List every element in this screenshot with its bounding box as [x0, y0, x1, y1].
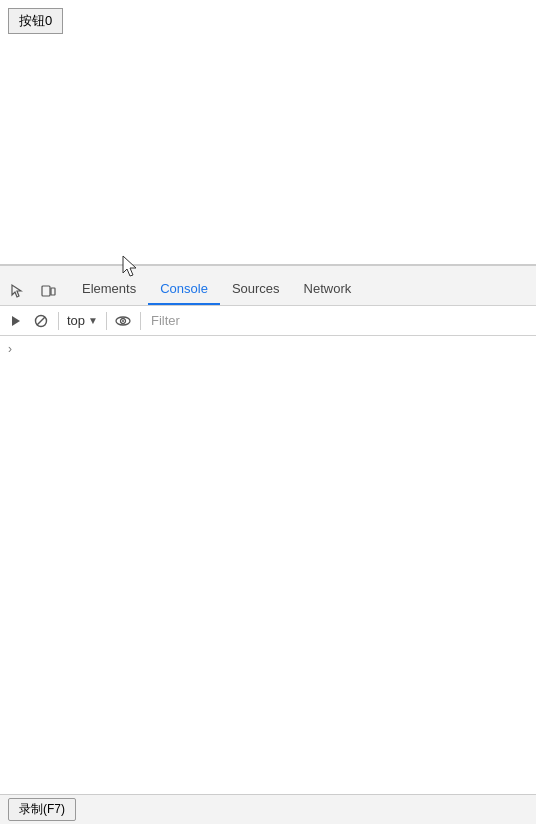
bottom-bar: 录制(F7)	[0, 794, 536, 824]
tab-icons	[4, 277, 64, 305]
dropdown-arrow-icon: ▼	[88, 315, 98, 326]
device-toolbar-icon[interactable]	[34, 277, 62, 305]
context-label: top	[67, 313, 85, 328]
console-toolbar: top ▼	[0, 306, 536, 336]
tab-console[interactable]: Console	[148, 273, 220, 305]
toolbar-divider-2	[106, 312, 107, 330]
svg-rect-1	[51, 288, 55, 295]
console-prompt-arrow: ›	[8, 342, 12, 356]
toolbar-divider-3	[140, 312, 141, 330]
run-script-button[interactable]	[4, 309, 28, 333]
tab-bar: Elements Console Sources Network	[0, 266, 536, 306]
tab-sources[interactable]: Sources	[220, 273, 292, 305]
page-content: 按钮0	[0, 0, 536, 265]
clear-console-button[interactable]	[29, 309, 53, 333]
select-element-icon[interactable]	[4, 277, 32, 305]
svg-line-4	[37, 317, 45, 325]
svg-point-7	[122, 320, 124, 322]
console-output[interactable]: ›	[0, 336, 536, 824]
tab-elements[interactable]: Elements	[70, 273, 148, 305]
svg-rect-0	[42, 286, 50, 296]
toolbar-divider-1	[58, 312, 59, 330]
svg-marker-2	[12, 316, 20, 326]
tab-network[interactable]: Network	[292, 273, 364, 305]
eye-icon-button[interactable]	[111, 309, 135, 333]
page-button[interactable]: 按钮0	[8, 8, 63, 34]
record-button[interactable]: 录制(F7)	[8, 798, 76, 821]
devtools-panel: Elements Console Sources Network top ▼	[0, 265, 536, 824]
filter-input[interactable]	[145, 310, 532, 332]
context-selector[interactable]: top ▼	[63, 311, 102, 330]
